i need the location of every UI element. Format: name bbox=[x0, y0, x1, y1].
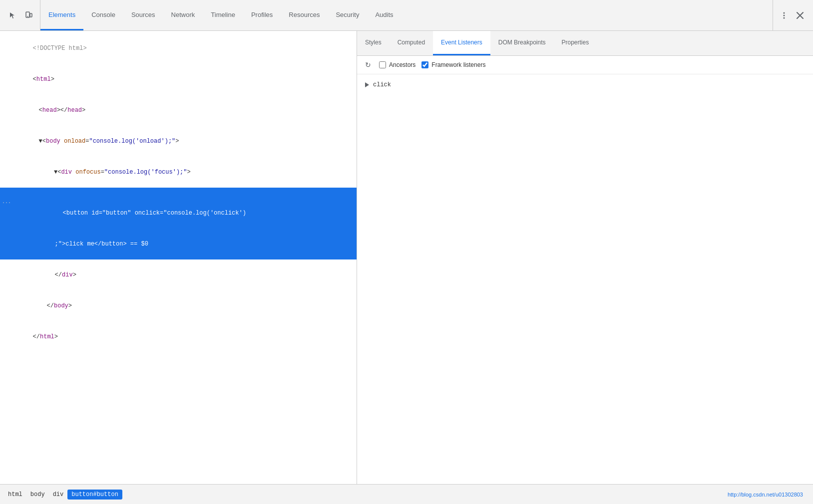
tab-network[interactable]: Network bbox=[163, 0, 203, 30]
tab-dom-breakpoints[interactable]: DOM Breakpoints bbox=[490, 31, 554, 55]
svg-rect-1 bbox=[30, 13, 32, 17]
breadcrumb-html[interactable]: html bbox=[4, 490, 26, 500]
tab-computed[interactable]: Computed bbox=[390, 31, 433, 55]
svg-point-5 bbox=[784, 17, 785, 18]
device-tool-button[interactable] bbox=[22, 8, 36, 22]
tab-timeline[interactable]: Timeline bbox=[203, 0, 243, 30]
event-listeners-toolbar: ↻ Ancestors Framework listeners bbox=[357, 56, 813, 74]
toolbar-icon-group bbox=[2, 0, 40, 30]
tab-profiles[interactable]: Profiles bbox=[243, 0, 281, 30]
ancestors-checkbox[interactable] bbox=[379, 61, 386, 68]
close-devtools-button[interactable] bbox=[793, 8, 807, 22]
ellipsis-indicator: ··· bbox=[2, 198, 11, 208]
devtools-toolbar: Elements Console Sources Network Timelin… bbox=[0, 0, 813, 31]
ancestors-checkbox-label[interactable]: Ancestors bbox=[379, 61, 415, 68]
tab-styles[interactable]: Styles bbox=[357, 31, 390, 55]
breadcrumb-body[interactable]: body bbox=[26, 490, 49, 500]
html-line-head[interactable]: <head></head> bbox=[0, 95, 357, 126]
html-line-button-2[interactable]: ;">click me</button> == $0 bbox=[0, 229, 357, 259]
status-url: http://blog.csdn.net/u01302803 bbox=[728, 492, 809, 498]
framework-label: Framework listeners bbox=[431, 61, 485, 68]
ancestors-label: Ancestors bbox=[389, 61, 415, 68]
svg-point-4 bbox=[784, 14, 785, 16]
punctuation: < bbox=[33, 76, 36, 83]
right-tabs: Styles Computed Event Listeners DOM Brea… bbox=[357, 31, 813, 56]
html-line-close-html[interactable]: </html> bbox=[0, 321, 357, 352]
more-tools-button[interactable] bbox=[777, 8, 791, 22]
right-panel: Styles Computed Event Listeners DOM Brea… bbox=[357, 31, 813, 484]
elements-content[interactable]: <!DOCTYPE html> <html> <head></head> ▼<b… bbox=[0, 31, 357, 484]
refresh-icon: ↻ bbox=[365, 61, 371, 69]
refresh-button[interactable]: ↻ bbox=[363, 60, 373, 70]
breadcrumb-div[interactable]: div bbox=[49, 490, 68, 500]
html-line-div[interactable]: ▼<div onfocus="console.log('focus');"> bbox=[0, 157, 357, 188]
html-line-button-1[interactable]: ··· <button id="button" onclick="console… bbox=[0, 188, 357, 229]
tab-audits[interactable]: Audits bbox=[367, 0, 401, 30]
expand-triangle-icon bbox=[365, 82, 369, 87]
tab-properties[interactable]: Properties bbox=[553, 31, 597, 55]
tab-elements[interactable]: Elements bbox=[40, 0, 83, 30]
right-content: click bbox=[357, 74, 813, 484]
tab-sources[interactable]: Sources bbox=[123, 0, 163, 30]
tab-event-listeners[interactable]: Event Listeners bbox=[433, 31, 490, 55]
breadcrumb-bar: html body div button#button http://blog.… bbox=[0, 484, 813, 504]
html-line-html[interactable]: <html> bbox=[0, 64, 357, 95]
html-line-close-div[interactable]: </div> bbox=[0, 259, 357, 290]
html-line-doctype[interactable]: <!DOCTYPE html> bbox=[0, 33, 357, 64]
main-tabs: Elements Console Sources Network Timelin… bbox=[40, 0, 773, 30]
event-item-click[interactable]: click bbox=[363, 78, 807, 91]
breadcrumb-button[interactable]: button#button bbox=[67, 490, 122, 500]
tab-security[interactable]: Security bbox=[328, 0, 367, 30]
framework-checkbox[interactable] bbox=[421, 61, 428, 68]
html-line-body[interactable]: ▼<body onload="console.log('onload');"> bbox=[0, 126, 357, 157]
toolbar-right bbox=[773, 0, 811, 30]
event-name-click: click bbox=[373, 81, 391, 88]
framework-checkbox-label[interactable]: Framework listeners bbox=[421, 61, 485, 68]
tab-console[interactable]: Console bbox=[83, 0, 123, 30]
svg-point-3 bbox=[784, 12, 785, 13]
doctype-text: <!DOCTYPE html> bbox=[33, 45, 87, 52]
devtools-main: <!DOCTYPE html> <html> <head></head> ▼<b… bbox=[0, 31, 813, 484]
tab-resources[interactable]: Resources bbox=[281, 0, 328, 30]
cursor-tool-button[interactable] bbox=[6, 8, 20, 22]
html-line-close-body[interactable]: </body> bbox=[0, 290, 357, 321]
elements-panel: <!DOCTYPE html> <html> <head></head> ▼<b… bbox=[0, 31, 357, 484]
